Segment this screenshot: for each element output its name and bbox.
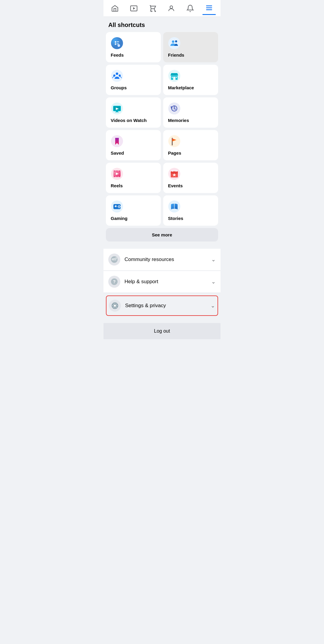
- shortcut-marketplace[interactable]: Marketplace: [163, 65, 218, 95]
- friends-icon: [168, 37, 181, 49]
- svg-rect-49: [114, 171, 115, 171]
- memories-icon: [168, 102, 181, 115]
- settings-privacy-chevron: ⌄: [211, 302, 215, 309]
- svg-point-10: [115, 41, 116, 43]
- shortcut-pages[interactable]: Pages: [163, 130, 218, 160]
- gear-icon: [109, 300, 121, 312]
- question-icon: ?: [108, 276, 120, 288]
- svg-point-19: [172, 40, 174, 43]
- svg-point-2: [151, 11, 152, 11]
- svg-point-24: [119, 75, 121, 77]
- nav-home[interactable]: [108, 2, 122, 15]
- nav-marketplace[interactable]: [146, 2, 159, 15]
- svg-point-18: [168, 37, 180, 49]
- settings-privacy-button[interactable]: Settings & privacy ⌄: [109, 296, 215, 315]
- svg-point-3: [155, 11, 155, 11]
- top-navigation: [104, 0, 220, 17]
- see-more-button[interactable]: See more: [106, 228, 218, 242]
- svg-rect-68: [116, 205, 116, 207]
- svg-point-63: [172, 171, 173, 172]
- videos-on-watch-icon: [111, 102, 123, 115]
- svg-rect-54: [116, 176, 117, 177]
- feeds-icon: [111, 37, 123, 49]
- stories-label: Stories: [168, 216, 213, 221]
- svg-rect-35: [115, 112, 119, 112]
- gap4: [104, 318, 220, 321]
- svg-rect-56: [119, 176, 120, 177]
- shortcut-saved[interactable]: Saved: [106, 130, 161, 160]
- svg-point-22: [116, 73, 118, 75]
- saved-icon: [111, 135, 123, 147]
- pages-label: Pages: [168, 150, 213, 156]
- main-content: All shortcuts: [104, 17, 220, 339]
- events-icon: [168, 168, 181, 180]
- logout-button[interactable]: Log out: [104, 323, 220, 339]
- svg-point-72: [118, 207, 120, 208]
- marketplace-label: Marketplace: [168, 85, 213, 90]
- shortcut-videos-on-watch[interactable]: Videos on Watch: [106, 97, 161, 128]
- svg-point-9: [111, 37, 123, 49]
- groups-label: Groups: [111, 85, 156, 90]
- groups-icon: [111, 70, 123, 82]
- feeds-label: Feeds: [111, 52, 156, 58]
- svg-rect-27: [173, 77, 176, 80]
- svg-point-44: [168, 135, 180, 147]
- pages-icon: [168, 135, 181, 147]
- events-label: Events: [168, 183, 213, 188]
- svg-point-12: [115, 43, 116, 45]
- svg-rect-50: [116, 171, 117, 171]
- shortcut-friends[interactable]: Friends: [163, 32, 218, 62]
- community-resources-button[interactable]: Community resources ⌄: [108, 249, 216, 270]
- svg-point-21: [111, 70, 123, 82]
- nav-profile[interactable]: [165, 2, 178, 15]
- stories-icon: [168, 200, 181, 213]
- reels-label: Reels: [111, 183, 156, 188]
- svg-rect-11: [117, 42, 119, 42]
- gap3: [104, 293, 220, 293]
- shortcut-events[interactable]: Events: [163, 163, 218, 193]
- shortcut-memories[interactable]: Memories: [163, 97, 218, 128]
- community-resources-chevron: ⌄: [211, 256, 216, 263]
- svg-point-70: [119, 206, 121, 207]
- svg-rect-53: [114, 176, 115, 177]
- help-support-button[interactable]: ? Help & support ⌄: [108, 271, 216, 292]
- svg-point-64: [176, 171, 177, 172]
- nav-watch[interactable]: [127, 2, 140, 15]
- shortcuts-grid: Feeds Friends: [104, 32, 220, 228]
- svg-rect-51: [117, 171, 118, 171]
- videos-on-watch-label: Videos on Watch: [111, 118, 156, 123]
- svg-marker-1: [133, 7, 135, 10]
- section-title: All shortcuts: [104, 17, 220, 32]
- saved-label: Saved: [111, 150, 156, 156]
- svg-point-20: [175, 40, 177, 43]
- svg-rect-28: [172, 77, 173, 78]
- marketplace-icon: [168, 70, 181, 82]
- gap1: [104, 246, 220, 249]
- shortcut-gaming[interactable]: Gaming: [106, 195, 161, 226]
- help-support-section: ? Help & support ⌄: [104, 271, 220, 292]
- memories-label: Memories: [168, 118, 213, 123]
- settings-privacy-section: Settings & privacy ⌄: [106, 295, 218, 316]
- settings-privacy-label: Settings & privacy: [125, 303, 206, 309]
- shortcut-reels[interactable]: Reels: [106, 163, 161, 193]
- svg-point-23: [113, 75, 116, 77]
- shortcut-stories[interactable]: Stories: [163, 195, 218, 226]
- community-resources-label: Community resources: [124, 257, 207, 263]
- svg-rect-55: [117, 176, 118, 177]
- svg-point-79: [114, 305, 116, 307]
- reels-icon: [111, 168, 123, 180]
- nav-notifications[interactable]: [184, 2, 197, 15]
- svg-rect-34: [116, 111, 118, 112]
- svg-rect-29: [176, 77, 177, 78]
- nav-menu[interactable]: [202, 2, 216, 15]
- shortcut-feeds[interactable]: Feeds: [106, 32, 161, 62]
- shortcut-groups[interactable]: Groups: [106, 65, 161, 95]
- help-support-chevron: ⌄: [211, 278, 216, 285]
- help-support-label: Help & support: [124, 279, 207, 285]
- svg-point-4: [170, 6, 173, 8]
- svg-text:?: ?: [113, 279, 116, 284]
- svg-point-71: [118, 206, 119, 207]
- svg-point-69: [118, 205, 120, 206]
- handshake-icon: [108, 254, 120, 266]
- friends-label: Friends: [168, 52, 213, 58]
